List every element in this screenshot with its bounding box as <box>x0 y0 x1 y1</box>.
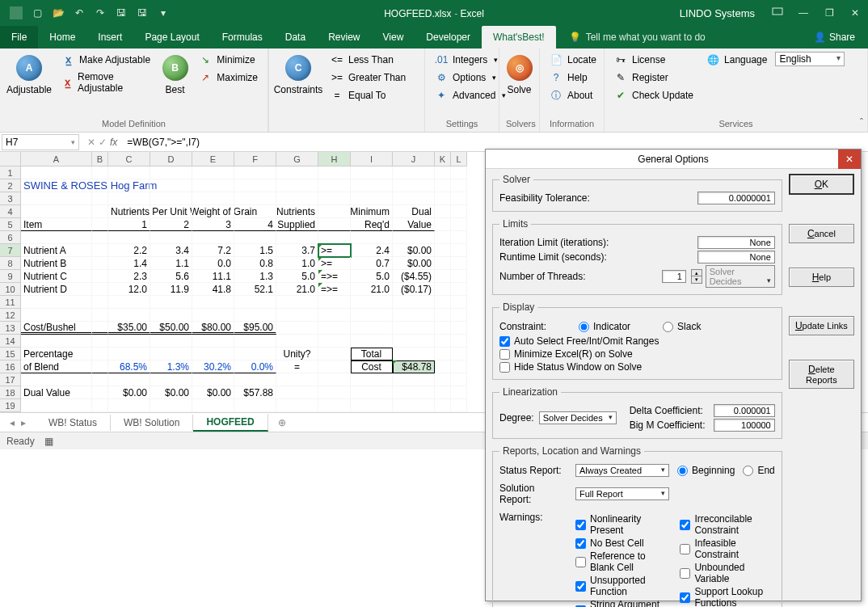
sheet-tab-wbsolution[interactable]: WB! Solution <box>111 415 193 431</box>
cell[interactable] <box>351 231 393 244</box>
cell[interactable] <box>318 373 351 386</box>
threads-spinner[interactable]: ▴▾ <box>691 269 702 284</box>
cell[interactable]: 5.0 <box>276 270 318 283</box>
cell[interactable]: of Blend <box>21 360 92 373</box>
language-select[interactable]: English <box>775 52 845 66</box>
cell[interactable] <box>150 167 192 179</box>
cell[interactable] <box>435 218 451 231</box>
cell[interactable] <box>21 231 92 244</box>
cell[interactable]: $48.78 <box>393 360 435 373</box>
cell[interactable]: Nutrient D <box>21 283 92 296</box>
cell[interactable] <box>351 386 393 399</box>
row-header[interactable]: 19 <box>0 399 21 412</box>
cell[interactable] <box>451 167 467 179</box>
tab-data[interactable]: Data <box>274 26 317 48</box>
update-links-button[interactable]: Update Links <box>789 316 854 335</box>
col-header-E[interactable]: E <box>192 152 234 167</box>
cell[interactable] <box>192 205 234 218</box>
cell[interactable]: 11.9 <box>150 283 192 296</box>
cell[interactable] <box>435 348 451 360</box>
cell[interactable] <box>276 373 318 386</box>
row-header[interactable]: 2 <box>0 179 21 192</box>
col-header-D[interactable]: D <box>150 152 192 167</box>
minimize-button[interactable]: ― <box>790 0 816 26</box>
cell[interactable] <box>318 322 351 335</box>
redo-icon[interactable]: ↷ <box>91 3 110 23</box>
row-header[interactable]: 16 <box>0 360 21 373</box>
cell[interactable] <box>108 192 150 205</box>
auto-select-checkbox[interactable]: Auto Select Free/Int/Omit Ranges <box>499 335 775 347</box>
cell[interactable] <box>435 231 451 244</box>
close-button[interactable]: ✕ <box>842 0 868 26</box>
cell[interactable] <box>234 231 276 244</box>
greater-than-button[interactable]: >=Greater Than <box>327 70 409 86</box>
qat-dropdown-icon[interactable]: ▾ <box>154 3 173 23</box>
cell[interactable] <box>318 386 351 399</box>
best-button[interactable]: B Best <box>161 52 190 95</box>
warn-unbounded-checkbox[interactable]: Unbounded Variable <box>680 562 774 584</box>
cell[interactable]: 68.5% <box>108 360 150 373</box>
cell[interactable] <box>393 373 435 386</box>
cell[interactable] <box>192 373 234 386</box>
adjustable-button[interactable]: A Adjustable <box>6 52 52 95</box>
cell[interactable]: 1.3 <box>234 270 276 283</box>
row-header[interactable]: 11 <box>0 296 21 309</box>
cell[interactable] <box>393 167 435 179</box>
slack-radio[interactable]: Slack <box>663 321 701 332</box>
bigm-input[interactable]: 100000 <box>714 419 775 432</box>
maximize-button[interactable]: ↗Maximize <box>196 70 261 86</box>
col-header-C[interactable]: C <box>108 152 150 167</box>
name-box[interactable]: H7▾ <box>2 134 79 150</box>
cell[interactable]: =>= <box>318 283 351 296</box>
cell[interactable] <box>276 296 318 309</box>
collapse-ribbon-icon[interactable]: ˆ <box>860 117 863 129</box>
cell[interactable] <box>92 244 108 257</box>
sheet-tab-wbstatus[interactable]: WB! Status <box>36 415 111 431</box>
beginning-radio[interactable]: Beginning <box>677 465 735 476</box>
cell[interactable]: 41.8 <box>192 283 234 296</box>
cell[interactable] <box>451 348 467 360</box>
cell[interactable]: Nutrient A <box>21 244 92 257</box>
accept-formula-icon[interactable]: ✓ <box>99 137 107 148</box>
cell[interactable] <box>451 399 467 412</box>
cell[interactable] <box>150 348 192 360</box>
cell[interactable] <box>108 399 150 412</box>
cell[interactable] <box>150 399 192 412</box>
tab-insert[interactable]: Insert <box>86 26 133 48</box>
cell[interactable] <box>318 179 351 192</box>
solution-report-select[interactable]: Full Report <box>575 487 669 500</box>
cell[interactable] <box>192 231 234 244</box>
make-adjustable-button[interactable]: x̲Make Adjustable <box>58 52 154 68</box>
cell[interactable] <box>351 399 393 412</box>
cell[interactable]: >= <box>318 244 351 257</box>
fx-icon[interactable]: fx <box>110 137 117 148</box>
col-header-G[interactable]: G <box>276 152 318 167</box>
cell[interactable]: 2.2 <box>108 244 150 257</box>
cell[interactable] <box>92 399 108 412</box>
cell[interactable] <box>92 335 108 348</box>
cell[interactable] <box>393 179 435 192</box>
delete-reports-button[interactable]: Delete Reports <box>789 360 854 389</box>
status-report-select[interactable]: Always Created <box>575 464 669 477</box>
cell[interactable] <box>192 335 234 348</box>
cell[interactable]: $0.00 <box>393 244 435 257</box>
row-header[interactable]: 3 <box>0 192 21 205</box>
cell[interactable] <box>276 231 318 244</box>
cell[interactable]: 3 <box>192 218 234 231</box>
cell[interactable]: =>= <box>318 270 351 283</box>
cell[interactable] <box>351 322 393 335</box>
cell[interactable]: $0.00 <box>393 257 435 270</box>
warn-stringarg-checkbox[interactable]: String Argument Present <box>575 599 670 607</box>
tab-page-layout[interactable]: Page Layout <box>133 26 210 48</box>
advanced-button[interactable]: ✦Advanced▾ <box>432 87 509 103</box>
cell[interactable]: $57.88 <box>234 386 276 399</box>
tab-home[interactable]: Home <box>38 26 86 48</box>
cell[interactable] <box>150 179 192 192</box>
indicator-radio[interactable]: Indicator <box>579 321 630 332</box>
tab-formulas[interactable]: Formulas <box>211 26 274 48</box>
cell[interactable] <box>234 192 276 205</box>
cell[interactable] <box>393 322 435 335</box>
worksheet-grid[interactable]: ABCDEFGHIJKL 12SWINE & ROSES Hog Farm34N… <box>0 152 480 412</box>
col-header-H[interactable]: H <box>318 152 351 167</box>
minimize-button[interactable]: ↘Minimize <box>196 52 261 68</box>
